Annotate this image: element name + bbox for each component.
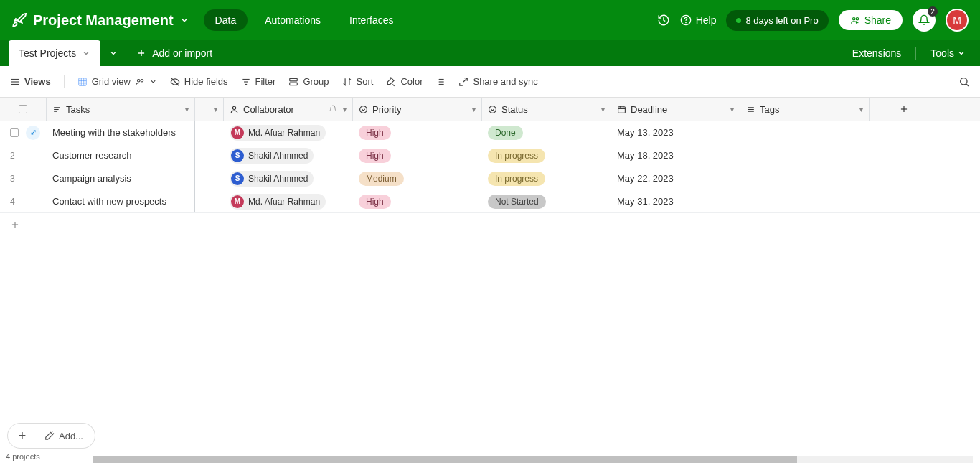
svg-point-3 xyxy=(856,18,859,21)
view-toolbar: Views Grid view Hide fields Filter Group… xyxy=(0,66,980,98)
header-tasks[interactable]: Tasks ▾ xyxy=(47,98,195,121)
row-number: 3 xyxy=(10,174,20,184)
avatar-button[interactable]: M xyxy=(946,9,969,32)
add-row-button[interactable] xyxy=(0,213,980,236)
notification-button[interactable]: 2 xyxy=(913,9,936,32)
grid-header: Tasks ▾ ▾ Collaborator ▾ Priority ▾ Stat… xyxy=(0,98,980,121)
notification-badge: 2 xyxy=(928,6,938,17)
header-tags[interactable]: Tags ▾ xyxy=(740,98,870,121)
nav-interfaces[interactable]: Interfaces xyxy=(338,9,405,31)
history-icon[interactable] xyxy=(657,14,670,27)
base-chevron-icon[interactable] xyxy=(179,15,189,25)
cell-task[interactable]: Contact with new prospects xyxy=(47,190,195,212)
status-pill: In progress xyxy=(488,172,545,186)
footer-add-label-button[interactable]: Add... xyxy=(37,423,95,449)
footer-add-button[interactable]: + xyxy=(7,423,37,449)
horizontal-scrollbar[interactable] xyxy=(93,456,973,463)
sort-button[interactable]: Sort xyxy=(342,76,374,87)
cell-task[interactable]: Customer research xyxy=(47,144,195,167)
group-button[interactable]: Group xyxy=(288,76,329,87)
views-button[interactable]: Views xyxy=(10,76,51,87)
cell-collaborator[interactable]: MMd. Afuar Rahman xyxy=(224,190,353,212)
share-button[interactable]: Share xyxy=(839,10,903,30)
priority-pill: High xyxy=(359,126,391,140)
chevron-down-icon[interactable] xyxy=(149,78,157,85)
cell-status[interactable]: Done xyxy=(482,121,611,144)
header-status[interactable]: Status ▾ xyxy=(482,98,611,121)
table-tab-active[interactable]: Test Projects xyxy=(9,40,100,66)
svg-line-29 xyxy=(966,83,969,85)
cell-collaborator[interactable]: SShakil Ahmmed xyxy=(224,144,353,167)
color-button[interactable]: Color xyxy=(386,76,423,87)
extensions-button[interactable]: Extensions xyxy=(852,47,901,59)
avatar-initial: M xyxy=(231,126,244,139)
base-title[interactable]: Project Management xyxy=(33,12,174,29)
cell-tags[interactable] xyxy=(740,144,870,167)
header-collaborator[interactable]: Collaborator ▾ xyxy=(224,98,353,121)
priority-pill: Medium xyxy=(359,172,404,186)
header-add-field[interactable] xyxy=(870,98,938,121)
svg-point-35 xyxy=(489,106,496,113)
tools-button[interactable]: Tools xyxy=(930,47,966,59)
help-button[interactable]: Help xyxy=(680,14,717,26)
nav-automations[interactable]: Automations xyxy=(253,9,332,31)
top-bar: Project Management Data Automations Inte… xyxy=(0,0,980,40)
cell-deadline[interactable]: May 13, 2023 xyxy=(611,121,740,144)
cell-task[interactable]: Meeting with the stakeholders xyxy=(47,121,195,144)
nav-data[interactable]: Data xyxy=(204,9,248,31)
cell-status[interactable]: Not Started xyxy=(482,190,611,212)
cell-priority[interactable]: High xyxy=(353,190,482,212)
table-row[interactable]: 2 Customer research SShakil Ahmmed High … xyxy=(0,144,980,167)
chevron-down-icon[interactable]: ▾ xyxy=(859,106,863,113)
chevron-down-icon[interactable]: ▾ xyxy=(343,106,347,113)
cell-status[interactable]: In progress xyxy=(482,144,611,167)
header-expand[interactable]: ▾ xyxy=(195,98,224,121)
svg-rect-9 xyxy=(78,78,86,85)
cell-deadline[interactable]: May 31, 2023 xyxy=(611,190,740,212)
checkbox-icon[interactable] xyxy=(10,128,19,137)
cell-deadline[interactable]: May 18, 2023 xyxy=(611,144,740,167)
expand-icon[interactable]: ⤢ xyxy=(26,126,40,140)
row-height-button[interactable] xyxy=(435,77,446,87)
chevron-down-icon[interactable]: ▾ xyxy=(472,106,476,113)
svg-point-34 xyxy=(360,106,367,113)
cell-priority[interactable]: High xyxy=(353,121,482,144)
add-or-import-button[interactable]: Add or import xyxy=(126,47,222,59)
cell-tags[interactable] xyxy=(740,167,870,190)
grid-view-button[interactable]: Grid view xyxy=(77,76,157,87)
share-sync-button[interactable]: Share and sync xyxy=(458,76,537,87)
chevron-down-icon[interactable]: ▾ xyxy=(730,106,734,113)
header-priority[interactable]: Priority ▾ xyxy=(353,98,482,121)
chevron-down-icon[interactable]: ▾ xyxy=(601,106,605,113)
table-bar: Test Projects Add or import Extensions T… xyxy=(0,40,980,66)
trial-label: 8 days left on Pro xyxy=(745,15,818,26)
header-deadline[interactable]: Deadline ▾ xyxy=(611,98,740,121)
table-row[interactable]: ⤢ Meeting with the stakeholders MMd. Afu… xyxy=(0,121,980,144)
plus-icon xyxy=(10,220,20,230)
cell-collaborator[interactable]: SShakil Ahmmed xyxy=(224,167,353,190)
header-checkbox-cell[interactable] xyxy=(0,98,47,121)
cell-deadline[interactable]: May 22, 2023 xyxy=(611,167,740,190)
search-button[interactable] xyxy=(958,76,970,88)
table-row[interactable]: 3 Campaign analysis SShakil Ahmmed Mediu… xyxy=(0,167,980,190)
cell-status[interactable]: In progress xyxy=(482,167,611,190)
cell-collaborator[interactable]: MMd. Afuar Rahman xyxy=(224,121,353,144)
cell-tags[interactable] xyxy=(740,190,870,212)
hide-fields-button[interactable]: Hide fields xyxy=(170,76,228,87)
cell-priority[interactable]: High xyxy=(353,144,482,167)
svg-point-33 xyxy=(232,106,235,109)
cell-task[interactable]: Campaign analysis xyxy=(47,167,195,190)
wand-icon xyxy=(44,431,55,441)
table-row[interactable]: 4 Contact with new prospects MMd. Afuar … xyxy=(0,190,980,213)
tab-list-chevron[interactable] xyxy=(100,49,126,57)
trial-pill[interactable]: 8 days left on Pro xyxy=(726,10,828,31)
filter-button[interactable]: Filter xyxy=(241,76,276,87)
checkbox-icon[interactable] xyxy=(19,105,27,113)
calendar-icon xyxy=(617,105,626,114)
cell-priority[interactable]: Medium xyxy=(353,167,482,190)
people-icon[interactable] xyxy=(135,77,145,87)
chevron-down-icon[interactable] xyxy=(82,49,90,57)
chevron-down-icon[interactable]: ▾ xyxy=(185,106,189,113)
priority-pill: High xyxy=(359,149,391,163)
cell-tags[interactable] xyxy=(740,121,870,144)
